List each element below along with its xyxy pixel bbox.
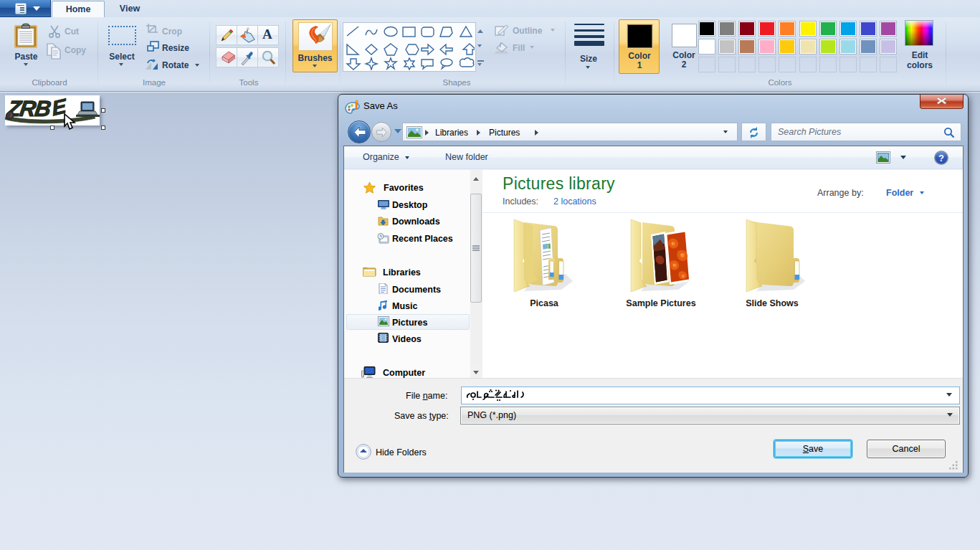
svg-text:?: ? (938, 153, 944, 163)
